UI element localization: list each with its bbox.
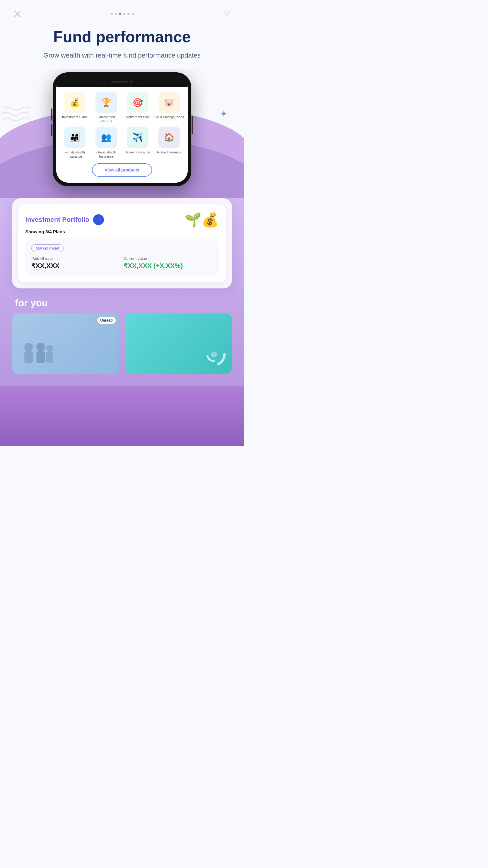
product-investment-plans[interactable]: 💰 Investment Plans — [60, 92, 90, 124]
volume-button-1 — [51, 108, 53, 121]
for-you-section: for you Unread — [0, 298, 244, 374]
retirement-plan-label: Retirement Plan — [126, 115, 150, 119]
product-child-savings[interactable]: 🐷 Child Savings Plans — [155, 92, 184, 124]
for-you-card-2[interactable] — [125, 313, 232, 374]
phone-mockup-area: 💰 Investment Plans 🏆 Guaranteed Returns … — [0, 72, 244, 186]
phone-screen: 💰 Investment Plans 🏆 Guaranteed Returns … — [56, 76, 188, 183]
progress-dots — [110, 13, 134, 15]
portfolio-detail-card: Market linked Paid till date ₹XX,XXX Cur… — [25, 239, 219, 275]
portfolio-section: Investment Portfolio 🌱💰 Showing 3/4 Plan… — [12, 198, 232, 288]
group-health-label: Group Health Insurance — [92, 150, 121, 159]
portfolio-arrow-button[interactable] — [93, 214, 104, 225]
travel-label: Travel Insurance — [125, 150, 150, 154]
portfolio-outer-card: Investment Portfolio 🌱💰 Showing 3/4 Plan… — [12, 198, 232, 288]
dot-6 — [132, 13, 134, 15]
product-group-health[interactable]: 👥 Group Health Insurance — [92, 127, 121, 159]
current-value: ₹XX,XXX (+X.XX%) — [124, 262, 213, 270]
svg-point-8 — [211, 351, 217, 358]
svg-point-4 — [46, 345, 53, 352]
paid-label: Paid till date — [31, 256, 121, 261]
product-retirement-plan[interactable]: 🎯 Retirement Plan — [123, 92, 153, 124]
paid-value: ₹XX,XXX — [31, 262, 121, 270]
investment-plans-label: Investment Plans — [62, 115, 87, 119]
phone-content: 💰 Investment Plans 🏆 Guaranteed Returns … — [56, 87, 188, 183]
plant-icon: 🌱💰 — [184, 212, 219, 228]
view-all-products-button[interactable]: View all products — [92, 163, 152, 177]
top-bar: ▽ — [0, 0, 244, 22]
values-row: Paid till date ₹XX,XXX Current value ₹XX… — [31, 256, 213, 270]
portfolio-title: Investment Portfolio — [25, 216, 90, 224]
dot-2 — [115, 13, 117, 15]
insurance-products-row: 👨‍👩‍👧 Family Health Insurance 👥 Group He… — [60, 127, 184, 159]
guaranteed-returns-icon-box: 🏆 — [96, 92, 117, 113]
current-value-group: Current value ₹XX,XXX (+X.XX%) — [124, 256, 213, 270]
market-linked-badge: Market linked — [31, 244, 64, 252]
product-travel-insurance[interactable]: ✈️ Travel Insurance — [123, 127, 153, 159]
svg-point-2 — [36, 343, 45, 351]
investment-plans-icon-box: 💰 — [64, 92, 86, 113]
family-health-icon-box: 👨‍👩‍👧 — [64, 127, 86, 148]
card2-illustration — [199, 339, 229, 371]
portfolio-title-row: Investment Portfolio — [25, 214, 104, 225]
current-label: Current value — [124, 256, 213, 261]
product-family-health[interactable]: 👨‍👩‍👧 Family Health Insurance — [60, 127, 90, 159]
for-you-card-1[interactable]: Unread — [12, 313, 119, 374]
close-icon[interactable] — [12, 8, 23, 19]
unread-badge: Unread — [97, 317, 116, 324]
home-label: Home Insurance — [157, 150, 181, 154]
hero-section: Fund performance Grow wealth with real-t… — [0, 22, 244, 69]
paid-till-date-group: Paid till date ₹XX,XXX — [31, 256, 121, 270]
bottom-section — [0, 386, 244, 446]
power-button — [192, 116, 193, 134]
phone-device: 💰 Investment Plans 🏆 Guaranteed Returns … — [53, 72, 191, 186]
product-home-insurance[interactable]: 🏠 Home Insurance — [155, 127, 184, 159]
svg-point-0 — [24, 343, 33, 351]
child-savings-label: Child Savings Plans — [155, 115, 184, 119]
group-health-icon-box: 👥 — [96, 127, 117, 148]
svg-rect-1 — [24, 351, 33, 363]
product-guaranteed-returns[interactable]: 🏆 Guaranteed Returns — [92, 92, 121, 124]
notch — [102, 78, 141, 86]
travel-icon-box: ✈️ — [127, 127, 149, 148]
triangle-icon: ▽ — [221, 8, 232, 19]
portfolio-inner-card: Investment Portfolio 🌱💰 Showing 3/4 Plan… — [18, 204, 226, 282]
card1-illustration — [17, 338, 59, 369]
camera — [130, 81, 133, 83]
portfolio-header: Investment Portfolio 🌱💰 — [25, 212, 219, 228]
dot-4 — [123, 13, 125, 15]
hero-subtitle: Grow wealth with real-time fund performa… — [12, 50, 232, 60]
speaker — [111, 81, 128, 83]
page-title: Fund performance — [12, 28, 232, 45]
for-you-title: for you — [0, 298, 244, 309]
guaranteed-returns-label: Guaranteed Returns — [92, 115, 121, 124]
child-savings-icon-box: 🐷 — [158, 92, 180, 113]
svg-rect-5 — [46, 352, 53, 363]
dot-1 — [110, 13, 113, 15]
dot-5 — [127, 13, 130, 15]
for-you-cards: Unread — [0, 313, 244, 374]
family-health-label: Family Health Insurance — [60, 150, 90, 159]
volume-button-2 — [51, 124, 53, 136]
home-icon-box: 🏠 — [158, 127, 180, 148]
phone-notch-area — [56, 76, 188, 87]
retirement-plan-icon-box: 🎯 — [127, 92, 149, 113]
svg-rect-3 — [36, 351, 45, 363]
dot-3 — [119, 13, 121, 15]
top-products-row: 💰 Investment Plans 🏆 Guaranteed Returns … — [60, 92, 184, 124]
portfolio-subtitle: Showing 3/4 Plans — [25, 229, 219, 234]
